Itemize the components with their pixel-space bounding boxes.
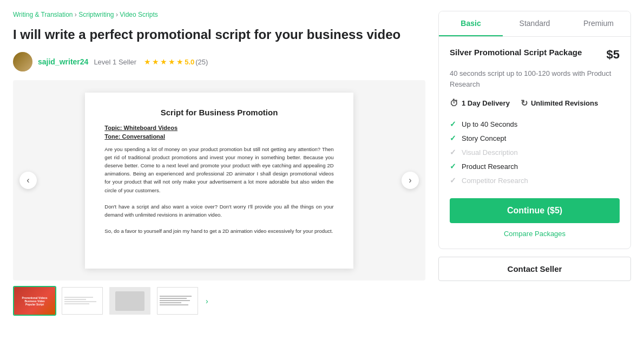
package-description: 40 seconds script up to 100-120 words wi… (450, 68, 620, 89)
package-name: Silver Promotional Script Package (450, 48, 582, 57)
package-card: Basic Standard Premium Silver Promotiona… (438, 11, 631, 249)
package-tabs: Basic Standard Premium (439, 11, 630, 37)
doc-topic: Topic: Whiteboard Videos (104, 125, 333, 131)
thumbnail-1[interactable]: Promotional VideosBusiness VideoPopular … (13, 286, 56, 316)
breadcrumb: Writing & Translation › Scriptwriting › … (13, 11, 425, 18)
gallery-main: ‹ Script for Business Promotion Topic: W… (13, 80, 425, 281)
compare-packages-link[interactable]: Compare Packages (450, 230, 620, 238)
tab-basic[interactable]: Basic (439, 11, 503, 36)
seller-level: Level 1 Seller (94, 58, 136, 66)
gig-title: I will write a perfect promotional scrip… (13, 26, 425, 43)
feature-visual: ✓ Visual Description (450, 145, 620, 159)
feature-label-4: Product Research (462, 162, 518, 171)
check-icon-1: ✓ (450, 120, 456, 128)
breadcrumb-video-scripts[interactable]: Video Scripts (120, 11, 157, 18)
delivery-label: 1 Day Delivery (462, 99, 510, 107)
continue-button[interactable]: Continue ($5) (450, 198, 620, 223)
check-icon-5: ✓ (450, 176, 456, 185)
gallery-next-button[interactable]: › (402, 172, 419, 189)
seller-info: sajid_writer24 Level 1 Seller ★ ★ ★ ★ ★ … (13, 52, 425, 71)
star-5: ★ (176, 57, 183, 66)
doc-tone: Tone: Conversational (104, 133, 333, 140)
refresh-icon: ↻ (521, 98, 528, 108)
star-2: ★ (152, 57, 159, 66)
package-body: Silver Promotional Script Package $5 40 … (439, 37, 630, 249)
revisions-label: Unlimited Revisions (531, 99, 598, 107)
feature-label-3: Visual Description (462, 148, 518, 157)
check-icon-3: ✓ (450, 148, 456, 157)
feature-label-2: Story Concept (462, 134, 506, 142)
review-count: (25) (195, 58, 208, 66)
package-header: Silver Promotional Script Package $5 (450, 48, 620, 62)
tab-premium[interactable]: Premium (567, 11, 630, 36)
doc-title: Script for Business Promotion (104, 108, 333, 117)
breadcrumb-writing[interactable]: Writing & Translation (13, 11, 73, 18)
feature-label-5: Competitor Research (462, 177, 528, 185)
avatar (13, 52, 32, 71)
thumbnail-3[interactable] (108, 286, 152, 316)
doc-preview: Script for Business Promotion Topic: Whi… (85, 93, 353, 269)
feature-competitor-research: ✓ Competitor Research (450, 173, 620, 187)
feature-product-research: ✓ Product Research (450, 159, 620, 173)
check-icon-2: ✓ (450, 134, 456, 142)
clock-icon: ⏱ (450, 99, 458, 108)
star-1: ★ (144, 57, 151, 66)
rating-score: 5.0 (185, 58, 194, 66)
gallery-thumbnails: Promotional VideosBusiness VideoPopular … (13, 286, 425, 316)
features-list: ✓ Up to 40 Seconds ✓ Story Concept ✓ Vis… (450, 117, 620, 187)
breadcrumb-scriptwriting[interactable]: Scriptwriting (78, 11, 114, 18)
thumbnail-2[interactable] (61, 286, 104, 316)
feature-seconds: ✓ Up to 40 Seconds (450, 117, 620, 131)
feature-label-1: Up to 40 Seconds (462, 120, 517, 128)
delivery-row: ⏱ 1 Day Delivery ↻ Unlimited Revisions (450, 98, 620, 108)
check-icon-4: ✓ (450, 162, 456, 171)
doc-body: Are you spending a lot of money on your … (104, 145, 333, 236)
gallery-prev-button[interactable]: ‹ (19, 172, 37, 189)
star-3: ★ (160, 57, 167, 66)
star-rating: ★ ★ ★ ★ ★ 5.0 (25) (144, 57, 208, 66)
revisions-item: ↻ Unlimited Revisions (521, 98, 598, 108)
package-panel: Basic Standard Premium Silver Promotiona… (438, 11, 631, 316)
star-4: ★ (168, 57, 175, 66)
tab-standard[interactable]: Standard (503, 11, 567, 36)
contact-seller-section: Contact Seller (438, 257, 631, 281)
thumbnail-4[interactable] (156, 286, 199, 316)
feature-story: ✓ Story Concept (450, 131, 620, 145)
seller-name[interactable]: sajid_writer24 (38, 57, 88, 66)
delivery-item: ⏱ 1 Day Delivery (450, 99, 510, 108)
package-price: $5 (607, 48, 620, 62)
thumbnails-next-arrow[interactable]: › (203, 297, 211, 305)
contact-seller-button[interactable]: Contact Seller (438, 257, 631, 281)
